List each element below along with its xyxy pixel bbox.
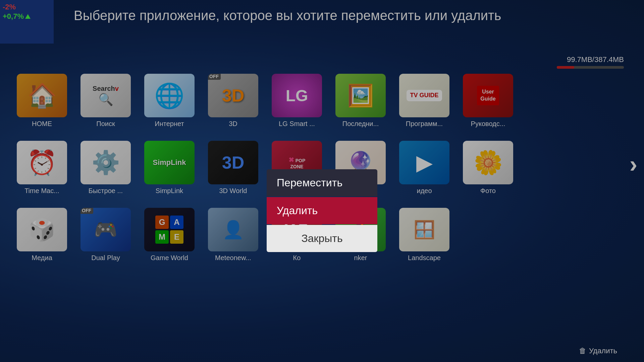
context-menu: Переместить Удалить Закрыть [267,169,377,252]
menu-item-close[interactable]: Закрыть [267,225,377,252]
menu-item-delete[interactable]: Удалить [267,197,377,224]
menu-item-move[interactable]: Переместить [267,169,377,196]
